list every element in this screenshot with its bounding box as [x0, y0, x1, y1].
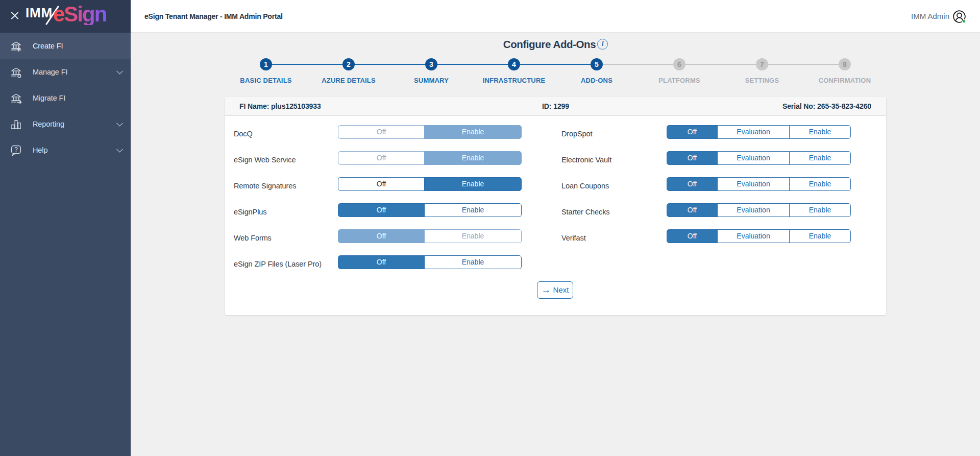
svg-text:?: ? — [14, 146, 18, 153]
